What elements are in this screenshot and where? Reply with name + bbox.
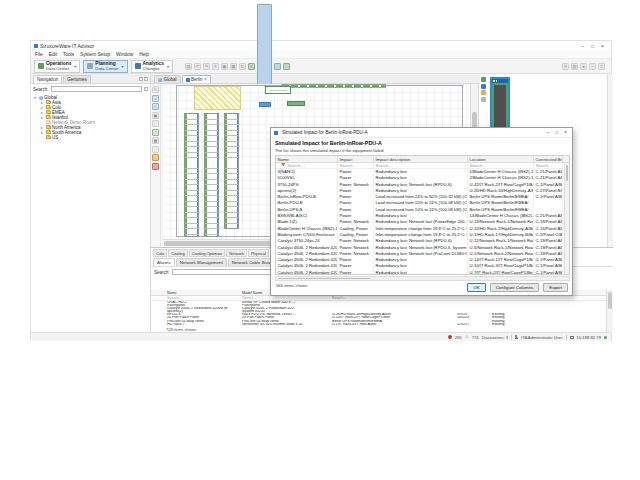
filter-input[interactable]: Search... [166, 296, 241, 301]
perspective-button[interactable]: Analytics Changes ▾ [131, 60, 173, 73]
menu-item[interactable]: Tools [63, 52, 74, 57]
maximize-button[interactable]: □ [591, 43, 594, 49]
cut-icon[interactable]: × [212, 63, 219, 70]
power-view-icon[interactable] [481, 90, 486, 95]
impact-table-row[interactable]: Catalyst 4506, 2 Redundant 4200w (E Powe… [276, 270, 569, 275]
rack-row[interactable] [224, 113, 239, 229]
discoveries-label[interactable]: Discoveries: 3 [482, 335, 508, 340]
filter-icon[interactable] [281, 163, 286, 168]
layer-tab[interactable]: Cooling Optimize [189, 249, 225, 257]
measure-tool-icon[interactable] [152, 146, 159, 153]
chevron-down-icon[interactable]: ▾ [74, 64, 76, 69]
grid-tool-icon[interactable]: ▦ [152, 137, 159, 144]
copy-icon[interactable]: ▣ [221, 63, 228, 70]
dialog-button[interactable]: OK [467, 283, 485, 292]
expand-caret-icon[interactable] [34, 96, 37, 100]
expand-caret-icon[interactable] [41, 101, 44, 105]
rack-body[interactable] [492, 83, 508, 133]
scroll-thumb[interactable] [566, 165, 568, 181]
pdu-chip[interactable] [259, 102, 271, 107]
scroll-thumb[interactable] [164, 241, 287, 246]
filter-icon[interactable] [155, 296, 160, 300]
dialog-minimize-button[interactable]: – [547, 130, 550, 135]
scroll-thumb[interactable] [278, 278, 370, 279]
minimize-button[interactable]: – [581, 43, 584, 49]
alerts-tool-icon[interactable] [152, 154, 159, 161]
perspective-button[interactable]: Planning Data Center ▾ [83, 60, 127, 73]
collapse-panel-icon[interactable]: − [589, 63, 596, 70]
pan-tool-icon[interactable] [152, 120, 159, 127]
menu-item[interactable]: File [35, 52, 43, 57]
maximize-view-icon[interactable] [144, 77, 148, 81]
error-count[interactable]: 255 [455, 335, 462, 340]
filter-options-icon[interactable] [144, 87, 148, 91]
layers-tool-icon[interactable] [152, 129, 159, 136]
tree-item[interactable]: Network Demo Room [41, 120, 150, 125]
close-button[interactable]: × [601, 43, 604, 49]
zoom-in-tool-icon[interactable]: + [152, 95, 159, 102]
menu-item[interactable]: Window [116, 52, 133, 57]
energy-icon[interactable] [283, 63, 290, 70]
view-tab[interactable]: Network Management [176, 258, 227, 266]
layout-list-icon[interactable]: ≡ [562, 63, 569, 70]
filter-input[interactable]: Search... [338, 163, 374, 168]
overhead-equipment-row[interactable] [281, 84, 386, 88]
expand-caret-icon[interactable] [41, 126, 44, 130]
filter-input[interactable]: Search... [331, 296, 456, 301]
undo-icon[interactable]: ↶ [194, 63, 201, 70]
select-tool-icon[interactable]: ↖ [152, 86, 159, 93]
search-input[interactable] [51, 86, 142, 92]
column-header[interactable]: Impact description [374, 156, 468, 162]
rack-row[interactable] [204, 113, 219, 237]
filter-input[interactable]: Search... [241, 296, 331, 301]
rear-view-icon[interactable] [481, 84, 486, 89]
expand-caret-icon[interactable] [41, 106, 44, 110]
layer-tab[interactable]: Colo [153, 249, 167, 257]
view-tab[interactable]: Alarms [153, 258, 175, 266]
column-header[interactable]: Location [468, 156, 534, 162]
panel-scrollbar[interactable] [607, 74, 613, 247]
column-header[interactable]: Connected Breaker [534, 156, 563, 162]
dialog-button[interactable]: Configure Columns [490, 283, 540, 292]
column-header[interactable]: Name [276, 156, 338, 162]
filter-input[interactable]: Search... [468, 163, 534, 168]
save-icon[interactable]: ▤ [185, 63, 192, 70]
redo-icon[interactable]: ↷ [203, 63, 210, 70]
zoom-fit-tool-icon[interactable]: ▣ [152, 112, 159, 119]
map-tab[interactable]: Global × [154, 75, 181, 83]
layout-columns-icon[interactable]: ▥ [571, 63, 578, 70]
tree-item[interactable]: US [41, 135, 150, 140]
dialog-vertical-scrollbar[interactable] [564, 163, 569, 274]
layer-tab[interactable]: Network [226, 249, 247, 257]
dialog-horizontal-scrollbar[interactable] [275, 276, 570, 281]
chevron-down-icon[interactable]: ▾ [122, 64, 124, 69]
dialog-button[interactable]: Export [543, 283, 568, 292]
stop-tool-icon[interactable] [152, 163, 159, 170]
column-header[interactable]: Impact [338, 156, 374, 162]
filter-input[interactable]: Search... [374, 163, 468, 168]
expand-caret-icon[interactable] [41, 111, 44, 115]
chevron-down-icon[interactable]: ▾ [167, 64, 169, 69]
warning-count[interactable]: 774 [472, 335, 479, 340]
expand-caret-icon[interactable] [41, 116, 44, 120]
layer-tab[interactable]: Cooling [168, 249, 188, 257]
dialog-close-button[interactable]: × [564, 130, 567, 135]
menu-item[interactable]: Edit [49, 52, 57, 57]
refresh-icon[interactable]: ↻ [239, 63, 246, 70]
front-view-icon[interactable] [481, 77, 486, 82]
menu-item[interactable]: Help [139, 52, 149, 57]
minimize-view-icon[interactable] [139, 77, 143, 81]
settings-icon[interactable] [481, 97, 486, 102]
restore-panel-icon[interactable]: □ [598, 63, 605, 70]
layer-tab[interactable]: Physical [248, 249, 269, 257]
capacity-icon[interactable] [274, 63, 281, 70]
sidebar-tab[interactable]: Navigation [33, 75, 62, 83]
rack-row[interactable] [184, 113, 199, 237]
sidebar-tab[interactable]: Genomes [63, 75, 91, 83]
map-tab[interactable]: Berlin × [182, 75, 211, 83]
table-scrollbar[interactable] [606, 290, 613, 332]
zoom-out-tool-icon[interactable]: − [152, 103, 159, 110]
perspective-button[interactable]: Operations Data Center ▾ [34, 60, 80, 73]
add-equipment-icon[interactable]: + [248, 63, 255, 70]
dialog-maximize-button[interactable]: □ [556, 130, 559, 135]
